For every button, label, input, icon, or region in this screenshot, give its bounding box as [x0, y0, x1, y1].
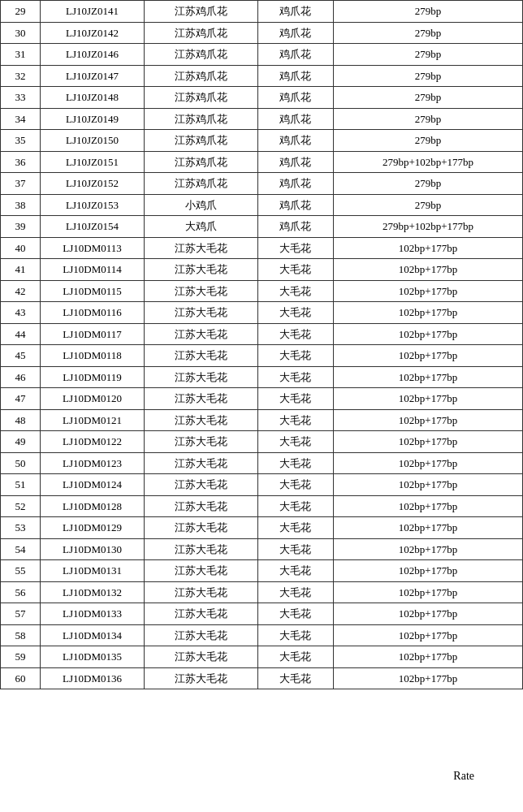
- table-cell: 102bp+177bp: [334, 646, 523, 668]
- table-row: 36LJ10JZ0151江苏鸡爪花鸡爪花279bp+102bp+177bp: [1, 151, 523, 173]
- table-cell: LJ10JZ0152: [40, 173, 144, 195]
- table-cell: 59: [1, 646, 41, 668]
- table-cell: 江苏鸡爪花: [145, 173, 258, 195]
- table-cell: 40: [1, 237, 41, 259]
- table-row: 57LJ10DM0133江苏大毛花大毛花102bp+177bp: [1, 603, 523, 625]
- table-row: 31LJ10JZ0146江苏鸡爪花鸡爪花279bp: [1, 44, 523, 66]
- table-cell: 大毛花: [257, 431, 333, 453]
- table-cell: LJ10DM0132: [40, 581, 144, 603]
- table-cell: 46: [1, 366, 41, 388]
- table-cell: 279bp: [334, 130, 523, 152]
- table-cell: 54: [1, 538, 41, 560]
- table-cell: LJ10JZ0151: [40, 151, 144, 173]
- table-cell: 江苏大毛花: [145, 474, 258, 496]
- table-cell: 102bp+177bp: [334, 323, 523, 345]
- table-cell: 43: [1, 302, 41, 324]
- table-cell: 江苏鸡爪花: [145, 108, 258, 130]
- table-cell: 江苏鸡爪花: [145, 1, 258, 23]
- table-cell: 鸡爪花: [257, 1, 333, 23]
- table-cell: 江苏鸡爪花: [145, 151, 258, 173]
- table-row: 58LJ10DM0134江苏大毛花大毛花102bp+177bp: [1, 624, 523, 646]
- table-cell: 58: [1, 624, 41, 646]
- table-cell: 江苏大毛花: [145, 388, 258, 410]
- table-cell: 52: [1, 495, 41, 517]
- table-cell: 江苏鸡爪花: [145, 130, 258, 152]
- table-cell: LJ10DM0117: [40, 323, 144, 345]
- table-cell: 江苏大毛花: [145, 452, 258, 474]
- table-cell: 大毛花: [257, 237, 333, 259]
- table-cell: 102bp+177bp: [334, 452, 523, 474]
- table-cell: LJ10DM0133: [40, 603, 144, 625]
- table-cell: 大毛花: [257, 517, 333, 539]
- table-cell: LJ10JZ0142: [40, 22, 144, 44]
- table-cell: LJ10DM0116: [40, 302, 144, 324]
- table-cell: 279bp: [334, 173, 523, 195]
- table-cell: 大毛花: [257, 452, 333, 474]
- table-cell: 江苏大毛花: [145, 538, 258, 560]
- table-cell: 大毛花: [257, 581, 333, 603]
- table-cell: 江苏大毛花: [145, 495, 258, 517]
- table-cell: 32: [1, 65, 41, 87]
- table-cell: 江苏大毛花: [145, 517, 258, 539]
- table-row: 52LJ10DM0128江苏大毛花大毛花102bp+177bp: [1, 495, 523, 517]
- table-cell: 102bp+177bp: [334, 495, 523, 517]
- table-cell: 50: [1, 452, 41, 474]
- table-cell: LJ10DM0119: [40, 366, 144, 388]
- table-cell: 39: [1, 216, 41, 238]
- table-cell: LJ10DM0121: [40, 409, 144, 431]
- table-cell: 大毛花: [257, 345, 333, 367]
- table-cell: LJ10JZ0153: [40, 194, 144, 216]
- table-cell: 279bp: [334, 194, 523, 216]
- table-cell: LJ10JZ0150: [40, 130, 144, 152]
- table-row: 45LJ10DM0118江苏大毛花大毛花102bp+177bp: [1, 345, 523, 367]
- table-cell: 江苏大毛花: [145, 280, 258, 302]
- table-row: 48LJ10DM0121江苏大毛花大毛花102bp+177bp: [1, 409, 523, 431]
- data-table: 29LJ10JZ0141江苏鸡爪花鸡爪花279bp30LJ10JZ0142江苏鸡…: [0, 0, 523, 689]
- table-cell: 49: [1, 431, 41, 453]
- table-cell: LJ10JZ0147: [40, 65, 144, 87]
- table-cell: 279bp+102bp+177bp: [334, 151, 523, 173]
- table-cell: 大毛花: [257, 323, 333, 345]
- table-cell: 60: [1, 667, 41, 689]
- table-row: 38LJ10JZ0153小鸡爪鸡爪花279bp: [1, 194, 523, 216]
- table-row: 35LJ10JZ0150江苏鸡爪花鸡爪花279bp: [1, 130, 523, 152]
- table-cell: 大毛花: [257, 474, 333, 496]
- table-cell: 大鸡爪: [145, 216, 258, 238]
- table-cell: 大毛花: [257, 603, 333, 625]
- table-row: 37LJ10JZ0152江苏鸡爪花鸡爪花279bp: [1, 173, 523, 195]
- table-cell: 鸡爪花: [257, 108, 333, 130]
- table-cell: LJ10JZ0146: [40, 44, 144, 66]
- table-cell: LJ10DM0124: [40, 474, 144, 496]
- table-cell: 102bp+177bp: [334, 345, 523, 367]
- table-cell: LJ10DM0123: [40, 452, 144, 474]
- table-cell: 江苏大毛花: [145, 560, 258, 582]
- table-cell: 47: [1, 388, 41, 410]
- table-cell: 鸡爪花: [257, 65, 333, 87]
- table-cell: 41: [1, 259, 41, 281]
- table-cell: 102bp+177bp: [334, 237, 523, 259]
- table-row: 55LJ10DM0131江苏大毛花大毛花102bp+177bp: [1, 560, 523, 582]
- table-cell: LJ10DM0129: [40, 517, 144, 539]
- table-cell: 鸡爪花: [257, 44, 333, 66]
- table-row: 51LJ10DM0124江苏大毛花大毛花102bp+177bp: [1, 474, 523, 496]
- table-cell: 江苏大毛花: [145, 646, 258, 668]
- table-cell: 55: [1, 560, 41, 582]
- table-cell: LJ10JZ0141: [40, 1, 144, 23]
- table-cell: 大毛花: [257, 388, 333, 410]
- table-row: 59LJ10DM0135江苏大毛花大毛花102bp+177bp: [1, 646, 523, 668]
- table-cell: LJ10DM0118: [40, 345, 144, 367]
- table-cell: 江苏大毛花: [145, 624, 258, 646]
- table-cell: 53: [1, 517, 41, 539]
- table-cell: LJ10DM0134: [40, 624, 144, 646]
- table-cell: LJ10DM0114: [40, 259, 144, 281]
- table-row: 56LJ10DM0132江苏大毛花大毛花102bp+177bp: [1, 581, 523, 603]
- table-cell: 大毛花: [257, 366, 333, 388]
- table-cell: 279bp: [334, 1, 523, 23]
- table-cell: 102bp+177bp: [334, 409, 523, 431]
- table-cell: 江苏鸡爪花: [145, 22, 258, 44]
- table-cell: 大毛花: [257, 280, 333, 302]
- table-cell: LJ10DM0120: [40, 388, 144, 410]
- table-cell: 279bp: [334, 44, 523, 66]
- table-cell: 279bp: [334, 87, 523, 109]
- table-cell: 102bp+177bp: [334, 624, 523, 646]
